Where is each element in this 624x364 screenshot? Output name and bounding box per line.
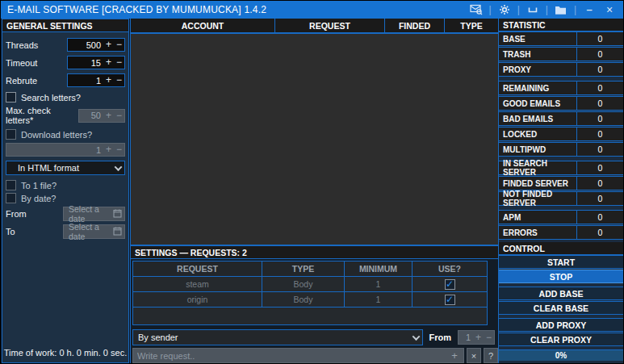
increment-button[interactable]: + bbox=[103, 56, 114, 69]
download-count-value: 1 bbox=[6, 145, 103, 155]
clear-proxy-button[interactable]: CLEAR PROXY bbox=[499, 333, 623, 346]
format-dropdown[interactable]: In HTML format bbox=[6, 161, 125, 175]
request-input-row: + × ? bbox=[132, 348, 498, 363]
stat-label: MULTIPWD bbox=[499, 143, 576, 156]
help-button[interactable]: ? bbox=[484, 348, 498, 363]
account-panel: ACCOUNT REQUEST FINDED TYPE SETTINGS — R… bbox=[130, 19, 499, 363]
folder-icon[interactable] bbox=[554, 2, 568, 17]
decrement-button[interactable]: − bbox=[114, 39, 124, 51]
stat-row: ERRORS 0 bbox=[499, 225, 623, 240]
sender-row: By sender From 1 + − bbox=[132, 329, 495, 345]
request-minimum: 1 bbox=[345, 277, 413, 291]
increment-button: + bbox=[473, 332, 484, 344]
clear-base-button[interactable]: CLEAR BASE bbox=[499, 301, 623, 315]
calendar-icon bbox=[113, 227, 122, 237]
rebrute-stepper[interactable]: 1 + − bbox=[67, 73, 125, 87]
window-title: E-MAIL SOFTWARE [CRACKED BY MUMUMUCKA] 1… bbox=[7, 4, 266, 15]
threads-stepper[interactable]: 500 + − bbox=[67, 38, 125, 52]
search-letters-label: Search letters? bbox=[21, 93, 81, 103]
table-row[interactable]: steam Body 1 ✓ bbox=[133, 277, 487, 292]
column-account[interactable]: ACCOUNT bbox=[131, 19, 275, 32]
rebrute-label: Rebrute bbox=[6, 76, 37, 86]
statistic-header: STATISTIC bbox=[499, 19, 623, 31]
increment-button[interactable]: + bbox=[103, 39, 114, 51]
column-minimum: MINIMUM bbox=[345, 261, 413, 276]
minimize-icon[interactable]: – bbox=[582, 2, 597, 17]
app-window: E-MAIL SOFTWARE [CRACKED BY MUMUMUCKA] 1… bbox=[0, 0, 624, 364]
add-proxy-button[interactable]: ADD PROXY bbox=[499, 318, 623, 332]
decrement-button: − bbox=[114, 144, 124, 156]
stat-label: BAD EMAILS bbox=[499, 112, 576, 125]
stat-label: BASE bbox=[499, 32, 576, 45]
max-check-letters-value: 50 bbox=[79, 111, 103, 120]
general-settings-header: GENERAL SETTINGS bbox=[2, 19, 128, 32]
timeout-value[interactable]: 15 bbox=[68, 58, 103, 68]
stop-button[interactable]: STOP bbox=[499, 270, 623, 283]
titlebar: E-MAIL SOFTWARE [CRACKED BY MUMUMUCKA] 1… bbox=[1, 1, 623, 19]
gear-icon[interactable] bbox=[497, 2, 512, 17]
stat-value: 0 bbox=[576, 32, 623, 45]
stat-row: IN SEARCH SERVER 0 bbox=[499, 161, 623, 175]
increment-button[interactable]: + bbox=[103, 74, 114, 86]
request-input-wrap: + bbox=[132, 348, 464, 363]
stat-value: 0 bbox=[576, 112, 623, 125]
request-name: steam bbox=[133, 277, 262, 291]
check-icon: ✓ bbox=[446, 280, 454, 289]
requests-table-header: REQUEST TYPE MINIMUM USE? bbox=[133, 261, 487, 277]
decrement-button[interactable]: − bbox=[114, 74, 124, 86]
statistic-panel: STATISTIC BASE 0 TRASH 0 PROXY 0 REMAINI… bbox=[499, 19, 624, 363]
to-one-file-label: To 1 file? bbox=[21, 181, 57, 190]
column-type: TYPE bbox=[262, 261, 345, 276]
rebrute-value[interactable]: 1 bbox=[68, 76, 103, 86]
increment-button: + bbox=[103, 144, 114, 156]
account-list[interactable] bbox=[131, 32, 498, 246]
download-letters-row: Download letters? bbox=[2, 129, 128, 140]
stat-label: ERRORS bbox=[499, 226, 576, 239]
sender-dropdown[interactable]: By sender bbox=[132, 329, 423, 345]
format-dropdown-value: In HTML format bbox=[18, 163, 79, 173]
decrement-button: − bbox=[114, 110, 124, 122]
decrement-button: − bbox=[484, 332, 494, 344]
threads-value[interactable]: 500 bbox=[68, 40, 103, 50]
table-row[interactable]: origin Body 1 ✓ bbox=[133, 292, 487, 308]
from-date-field: Select a date bbox=[63, 207, 125, 221]
start-button[interactable]: START bbox=[499, 255, 623, 269]
column-request[interactable]: REQUEST bbox=[275, 19, 385, 32]
max-check-letters-row: Max. check letters* 50 + − bbox=[2, 106, 128, 125]
add-base-button[interactable]: ADD BASE bbox=[499, 287, 623, 300]
from-value: 1 bbox=[459, 333, 473, 342]
stat-label: FINDED SERVER bbox=[499, 177, 576, 190]
column-type[interactable]: TYPE bbox=[445, 19, 498, 32]
column-finded[interactable]: FINDED bbox=[385, 19, 445, 32]
stat-label: TRASH bbox=[499, 48, 576, 61]
stat-row: NOT FINDED SERVER 0 bbox=[499, 191, 623, 206]
rebrute-row: Rebrute 1 + − bbox=[2, 73, 128, 87]
stat-label: PROXY bbox=[499, 63, 576, 76]
titlebar-buttons: | | | | – × bbox=[469, 2, 618, 17]
titlebar-divider: | bbox=[517, 5, 520, 15]
timeout-stepper[interactable]: 15 + − bbox=[67, 56, 125, 69]
stat-row: BAD EMAILS 0 bbox=[499, 111, 623, 126]
decrement-button[interactable]: − bbox=[114, 56, 124, 69]
mail-search-icon[interactable] bbox=[469, 2, 484, 17]
download-letters-checkbox bbox=[6, 129, 16, 140]
stat-value: 0 bbox=[576, 48, 623, 61]
stat-value: 0 bbox=[576, 63, 623, 76]
stat-label: IN SEARCH SERVER bbox=[499, 161, 576, 174]
request-use-cell: ✓ bbox=[413, 292, 487, 307]
add-request-button: + bbox=[446, 349, 463, 362]
window-icon[interactable] bbox=[526, 2, 540, 17]
request-input[interactable] bbox=[133, 349, 446, 362]
download-count-row: 1 + − bbox=[2, 143, 128, 157]
use-checkbox[interactable]: ✓ bbox=[445, 295, 455, 305]
remove-request-button[interactable]: × bbox=[467, 348, 481, 363]
general-settings-panel: GENERAL SETTINGS Threads 500 + − Timeout… bbox=[2, 19, 129, 363]
use-checkbox[interactable]: ✓ bbox=[445, 279, 455, 290]
progress-bar: 0% bbox=[499, 349, 623, 361]
stat-label: NOT FINDED SERVER bbox=[499, 192, 576, 205]
close-icon[interactable]: × bbox=[602, 2, 617, 17]
search-letters-checkbox[interactable] bbox=[6, 92, 16, 103]
stat-row: GOOD EMAILS 0 bbox=[499, 96, 623, 111]
to-one-file-checkbox bbox=[6, 180, 16, 190]
calendar-icon bbox=[113, 209, 122, 220]
